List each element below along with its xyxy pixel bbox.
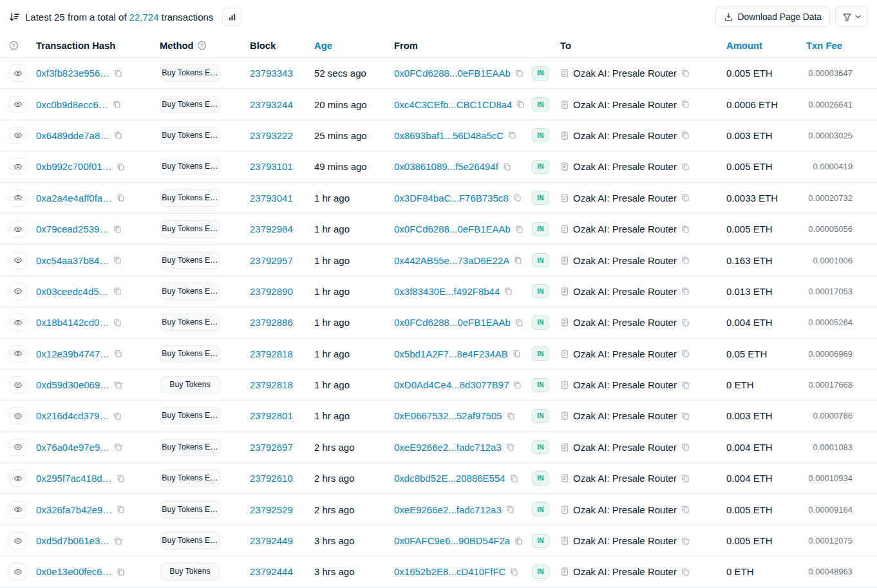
transaction-hash-link[interactable]: 0x295f7ac418d… [36,473,112,484]
transaction-hash-link[interactable]: 0x326fa7b42e9… [36,504,112,515]
to-address-link[interactable]: Ozak AI: Presale Router [573,348,677,359]
copy-icon[interactable] [113,318,122,327]
preview-transaction-button[interactable] [9,469,26,487]
from-address-link[interactable]: 0x1652b2E8...cD410FfFC [394,566,505,577]
block-number-link[interactable]: 23793222 [250,130,293,141]
block-number-link[interactable]: 23792984 [250,223,293,234]
block-number-link[interactable]: 23793041 [250,193,293,204]
block-number-link[interactable]: 23792449 [250,535,293,546]
copy-icon[interactable] [508,131,516,140]
copy-icon[interactable] [516,100,525,109]
from-address-link[interactable]: 0x0FCd6288...0eFB1EAAb [394,68,511,79]
preview-transaction-button[interactable] [9,96,26,113]
transaction-hash-link[interactable]: 0xd5d7b061e3… [36,535,109,546]
copy-icon[interactable] [681,225,690,234]
from-address-link[interactable]: 0x0FCd6288...0eFB1EAAb [394,317,511,328]
transaction-hash-link[interactable]: 0x18b4142cd0… [36,317,109,328]
transaction-hash-link[interactable]: 0xa2a4e4aff0fa… [36,193,112,204]
to-address-link[interactable]: Ozak AI: Presale Router [573,130,677,141]
copy-icon[interactable] [510,567,518,576]
block-number-link[interactable]: 23792801 [250,410,293,421]
from-address-link[interactable]: 0x03861089...f5e26494f [394,161,498,172]
transaction-hash-link[interactable]: 0x03ceedc4d5… [36,286,109,297]
total-transactions-link[interactable]: 22,724 [129,12,159,23]
from-address-link[interactable]: 0x0FCd6288...0eFB1EAAb [394,223,511,234]
copy-icon[interactable] [114,69,122,78]
from-address-link[interactable]: 0x3DF84baC...F76B735c8 [394,193,509,204]
copy-icon[interactable] [117,162,125,171]
analytics-chart-button[interactable] [222,8,241,26]
copy-icon[interactable] [114,349,122,358]
transaction-hash-link[interactable]: 0xd59d30e069… [36,379,109,390]
copy-icon[interactable] [681,193,690,202]
block-number-link[interactable]: 23793101 [250,161,293,172]
transaction-hash-link[interactable]: 0xc54aa37b84… [36,255,109,266]
copy-icon[interactable] [117,193,125,202]
from-address-link[interactable]: 0x5bd1A2F7...8e4F234AB [394,348,508,359]
copy-icon[interactable] [114,536,122,545]
to-address-link[interactable]: Ozak AI: Presale Router [573,410,677,421]
from-address-link[interactable]: 0x0FAFC9e6...90BD54F2a [394,535,510,546]
copy-icon[interactable] [113,100,121,109]
copy-icon[interactable] [681,162,690,171]
transaction-hash-link[interactable]: 0x76a04e97e9… [36,442,109,453]
preview-transaction-button[interactable] [9,220,26,238]
to-address-link[interactable]: Ozak AI: Presale Router [573,286,677,297]
block-number-link[interactable]: 23792697 [250,442,293,453]
to-address-link[interactable]: Ozak AI: Presale Router [573,379,677,390]
preview-transaction-button[interactable] [9,158,26,175]
block-number-link[interactable]: 23792818 [250,348,293,359]
header-amount-toggle[interactable]: Amount [726,41,762,51]
copy-icon[interactable] [507,412,515,421]
to-address-link[interactable]: Ozak AI: Presale Router [573,535,677,546]
transaction-hash-link[interactable]: 0x6489dde7a8… [36,130,109,141]
preview-transaction-button[interactable] [9,501,26,518]
copy-icon[interactable] [504,287,513,296]
copy-icon[interactable] [681,567,690,576]
from-address-link[interactable]: 0x8693baf1...56D48a5cC [394,130,504,141]
copy-icon[interactable] [515,318,523,327]
preview-transaction-button[interactable] [9,345,26,363]
to-address-link[interactable]: Ozak AI: Presale Router [573,99,677,110]
copy-icon[interactable] [681,381,690,390]
copy-icon[interactable] [114,131,122,140]
from-address-link[interactable]: 0xD0Ad4Ce4...8d3077B97 [394,379,509,390]
to-address-link[interactable]: Ozak AI: Presale Router [573,473,677,484]
copy-icon[interactable] [681,412,690,421]
copy-icon[interactable] [117,474,125,483]
to-address-link[interactable]: Ozak AI: Presale Router [573,504,677,515]
preview-transaction-button[interactable] [9,314,26,331]
transaction-hash-link[interactable]: 0x12e39b4747… [36,348,109,359]
block-number-link[interactable]: 23792444 [250,566,293,577]
from-address-link[interactable]: 0xdc8bd52E...20886E554 [394,473,505,484]
from-address-link[interactable]: 0xc4C3CEfb...CBC1CD8a4 [394,99,512,110]
copy-icon[interactable] [506,505,514,514]
preview-transaction-button[interactable] [9,407,26,424]
copy-icon[interactable] [513,349,521,358]
from-address-link[interactable]: 0x442AB55e...73aD6E22A [394,255,509,266]
download-page-data-button[interactable]: Download Page Data [715,6,830,27]
transaction-hash-link[interactable]: 0x79cead2539… [36,223,109,234]
block-number-link[interactable]: 23793244 [250,99,293,110]
block-number-link[interactable]: 23793343 [250,68,293,79]
copy-icon[interactable] [513,381,522,390]
copy-icon[interactable] [681,505,690,514]
copy-icon[interactable] [113,412,122,421]
block-number-link[interactable]: 23792886 [250,317,293,328]
header-age-toggle[interactable]: Age [314,41,332,51]
transaction-hash-link[interactable]: 0xf3fb823e956… [36,68,109,79]
transaction-hash-link[interactable]: 0xc0b9d8ecc6… [36,99,108,110]
copy-icon[interactable] [114,381,122,390]
to-address-link[interactable]: Ozak AI: Presale Router [573,193,677,204]
copy-icon[interactable] [681,256,690,265]
copy-icon[interactable] [514,536,523,545]
copy-icon[interactable] [117,567,125,576]
copy-icon[interactable] [681,131,690,140]
copy-icon[interactable] [113,225,122,234]
copy-icon[interactable] [515,225,523,234]
block-number-link[interactable]: 23792529 [250,504,293,515]
preview-transaction-button[interactable] [9,532,26,549]
to-address-link[interactable]: Ozak AI: Presale Router [573,566,677,577]
to-address-link[interactable]: Ozak AI: Presale Router [573,161,677,172]
copy-icon[interactable] [113,256,122,265]
